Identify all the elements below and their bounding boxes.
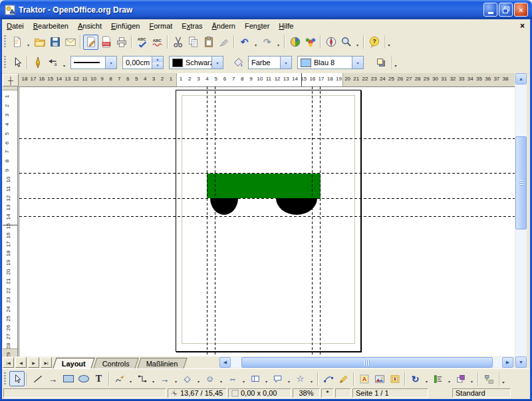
restore-button[interactable] bbox=[499, 3, 513, 17]
menu-item-fenster[interactable]: Fenster bbox=[240, 21, 274, 31]
gluepoints-button[interactable] bbox=[336, 371, 351, 386]
edit-points-button[interactable] bbox=[9, 55, 25, 70]
rectangle-tool-button[interactable] bbox=[61, 371, 76, 386]
select-tool-button[interactable] bbox=[9, 371, 25, 386]
vertical-scroll-thumb[interactable] bbox=[515, 136, 527, 229]
alignment-dropdown[interactable]: ▾ bbox=[446, 371, 453, 386]
zoom-button[interactable] bbox=[338, 35, 354, 50]
lines-arrows-button[interactable]: → bbox=[157, 371, 172, 386]
menu-item-ändern[interactable]: Ändern bbox=[207, 21, 240, 31]
toolbar-grip[interactable] bbox=[4, 35, 6, 49]
fill-style-dropdown[interactable]: ▾ bbox=[280, 57, 291, 68]
trailer-body-shape[interactable] bbox=[207, 174, 321, 198]
menu-item-hilfe[interactable]: Hilfe bbox=[274, 21, 298, 31]
autospellcheck-button[interactable]: ABC bbox=[150, 35, 165, 50]
curve-dropdown[interactable]: ▾ bbox=[127, 371, 134, 386]
fill-color-dropdown[interactable]: ▾ bbox=[352, 57, 363, 68]
new-dropdown[interactable]: ▾ bbox=[25, 35, 32, 50]
copy-button[interactable] bbox=[186, 35, 201, 50]
snap-guide-vertical[interactable] bbox=[312, 86, 313, 356]
spin-up-icon[interactable]: ▲ bbox=[152, 57, 163, 63]
symbol-shapes-button[interactable]: ☺ bbox=[202, 371, 217, 386]
tab-nav-button-3[interactable]: ▶| bbox=[41, 357, 52, 368]
block-arrows-dropdown[interactable]: ▾ bbox=[240, 371, 247, 386]
tab-nav-button-1[interactable]: ◀ bbox=[15, 357, 27, 368]
menu-item-bearbeiten[interactable]: Bearbeiten bbox=[29, 21, 73, 31]
new-document-button[interactable] bbox=[9, 35, 25, 50]
horizontal-scroll-thumb[interactable] bbox=[241, 357, 493, 368]
connector-dropdown[interactable]: ▾ bbox=[150, 371, 157, 386]
menu-item-einfügen[interactable]: Einfügen bbox=[106, 21, 144, 31]
drawing-canvas[interactable] bbox=[19, 86, 515, 356]
line-style-combo[interactable]: ▾ bbox=[70, 56, 117, 69]
snap-guide-horizontal[interactable] bbox=[19, 138, 515, 139]
horizontal-ruler[interactable]: 1817161514131211109876543211234567891011… bbox=[19, 73, 515, 87]
undo-dropdown[interactable]: ▾ bbox=[252, 35, 259, 50]
line-dialog-button[interactable] bbox=[30, 55, 45, 70]
rotate-dropdown[interactable]: ▾ bbox=[423, 371, 430, 386]
snap-button[interactable] bbox=[481, 371, 496, 386]
fill-style-combo[interactable]: Farbe ▾ bbox=[248, 56, 292, 69]
flowchart-dropdown[interactable]: ▾ bbox=[263, 371, 270, 386]
alignment-button[interactable] bbox=[430, 371, 446, 386]
spellcheck-button[interactable]: ABC bbox=[134, 35, 150, 50]
lines-arrows-dropdown[interactable]: ▾ bbox=[172, 371, 180, 386]
ellipse-tool-button[interactable] bbox=[76, 371, 91, 386]
snap-guide-horizontal[interactable] bbox=[19, 198, 515, 199]
tab-controls[interactable]: Controls bbox=[93, 358, 138, 368]
scroll-right-button[interactable]: ▶ bbox=[502, 357, 513, 368]
block-arrows-button[interactable]: ⇔ bbox=[225, 371, 240, 386]
arrow-style-dropdown[interactable]: ▾ bbox=[61, 55, 68, 70]
fontwork-button[interactable]: A bbox=[356, 371, 372, 386]
spin-down-icon[interactable]: ▼ bbox=[152, 63, 163, 68]
menu-item-datei[interactable]: Datei bbox=[2, 21, 29, 31]
minimize-button[interactable] bbox=[483, 3, 497, 17]
ruler-origin-button[interactable]: ┼ bbox=[3, 74, 19, 86]
help-button[interactable]: ? bbox=[366, 35, 382, 50]
open-button[interactable] bbox=[32, 35, 47, 50]
stars-button[interactable]: ☆ bbox=[293, 371, 308, 386]
line-width-spinner[interactable]: 0,00cm ▲ ▼ bbox=[122, 56, 164, 69]
callouts-dropdown[interactable]: ▾ bbox=[285, 371, 293, 386]
toolbar-overflow-button[interactable]: ▾ bbox=[384, 35, 393, 49]
stars-dropdown[interactable]: ▾ bbox=[308, 371, 315, 386]
arrange-button[interactable] bbox=[453, 371, 468, 386]
export-pdf-button[interactable]: PDF bbox=[98, 35, 114, 50]
send-email-button[interactable] bbox=[63, 35, 78, 50]
insert-chart-button[interactable] bbox=[287, 35, 303, 50]
arrow-tool-button[interactable]: → bbox=[45, 371, 61, 386]
status-zoom-cell[interactable]: 38% bbox=[293, 388, 320, 398]
menu-item-format[interactable]: Format bbox=[144, 21, 177, 31]
cut-button[interactable] bbox=[170, 35, 186, 50]
edit-file-button[interactable] bbox=[83, 35, 98, 50]
undo-button[interactable]: ↶ bbox=[237, 35, 252, 50]
tab-maßlinien[interactable]: Maßlinien bbox=[137, 358, 187, 368]
fill-color-combo[interactable]: Blau 8 ▾ bbox=[297, 56, 364, 69]
symbol-shapes-dropdown[interactable]: ▾ bbox=[217, 371, 225, 386]
edit-points-toggle-button[interactable] bbox=[321, 371, 336, 386]
menu-item-extras[interactable]: Extras bbox=[177, 21, 207, 31]
vertical-ruler[interactable]: 1234567891011121314151617181920212223242… bbox=[3, 86, 18, 356]
line-width-spin-buttons[interactable]: ▲ ▼ bbox=[152, 57, 163, 68]
line-color-dropdown[interactable]: ▾ bbox=[211, 57, 223, 68]
document-close-icon[interactable]: × bbox=[520, 21, 525, 31]
curve-tool-button[interactable] bbox=[112, 371, 127, 386]
horizontal-scrollbar[interactable]: ◀ ▶ bbox=[219, 357, 513, 368]
line-style-dropdown[interactable]: ▾ bbox=[105, 57, 116, 68]
paste-button[interactable] bbox=[201, 35, 216, 50]
menu-item-ansicht[interactable]: Ansicht bbox=[73, 21, 106, 31]
arrange-dropdown[interactable]: ▾ bbox=[468, 371, 475, 386]
flowchart-button[interactable] bbox=[247, 371, 263, 386]
tab-layout[interactable]: Layout bbox=[53, 358, 94, 368]
redo-button[interactable]: ↷ bbox=[259, 35, 275, 50]
toolbar-overflow-button[interactable]: ▾ bbox=[499, 372, 507, 386]
shadow-button[interactable] bbox=[373, 55, 388, 70]
insert-picture-button[interactable] bbox=[372, 371, 387, 386]
toolbar-grip[interactable] bbox=[4, 56, 6, 69]
vertical-scrollbar[interactable]: ▲ ▼ bbox=[515, 73, 527, 368]
line-color-combo[interactable]: Schwarz ▾ bbox=[169, 56, 223, 69]
status-style-cell[interactable]: Standard bbox=[452, 388, 511, 398]
gallery-frame-button[interactable] bbox=[387, 371, 402, 386]
toolbar-grip[interactable] bbox=[4, 372, 6, 386]
fill-dialog-button[interactable] bbox=[230, 55, 245, 70]
